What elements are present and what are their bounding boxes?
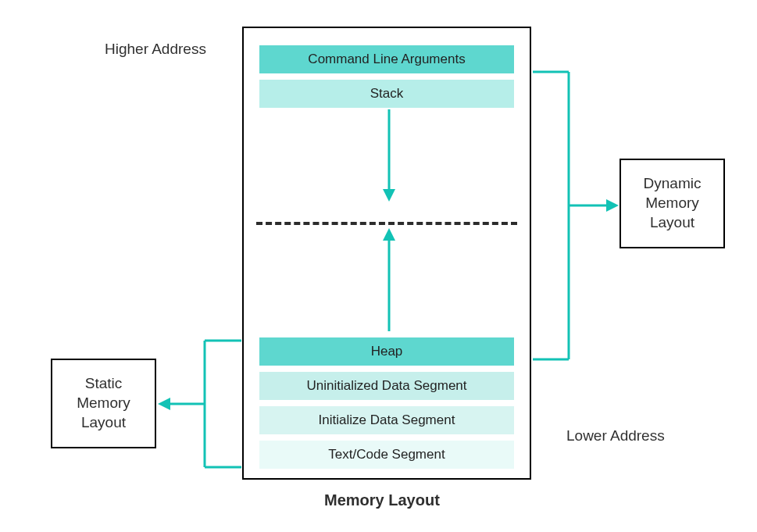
svg-marker-8 — [606, 199, 619, 212]
svg-marker-13 — [158, 398, 170, 410]
svg-marker-2 — [383, 228, 395, 241]
segment-stack: Stack — [259, 80, 514, 108]
lower-address-label: Lower Address — [566, 427, 665, 445]
stack-grows-down-arrow — [381, 109, 397, 203]
diagram-caption: Memory Layout — [324, 491, 440, 509]
memory-divider — [256, 222, 517, 225]
dynamic-layout-arrow — [533, 70, 619, 361]
static-memory-layout-box: Static Memory Layout — [51, 359, 156, 448]
segment-text-code: Text/Code Segment — [259, 441, 514, 469]
segment-initialized-data: Initialize Data Segment — [259, 406, 514, 434]
heap-grows-up-arrow — [381, 228, 397, 331]
segment-uninitialized-data: Uninitialized Data Segment — [259, 372, 514, 400]
svg-marker-1 — [383, 189, 395, 202]
higher-address-label: Higher Address — [105, 41, 206, 58]
segment-cli: Command Line Arguments — [259, 45, 514, 73]
dynamic-memory-layout-box: Dynamic Memory Layout — [620, 159, 725, 248]
static-layout-arrow — [158, 339, 241, 469]
segment-heap: Heap — [259, 337, 514, 366]
